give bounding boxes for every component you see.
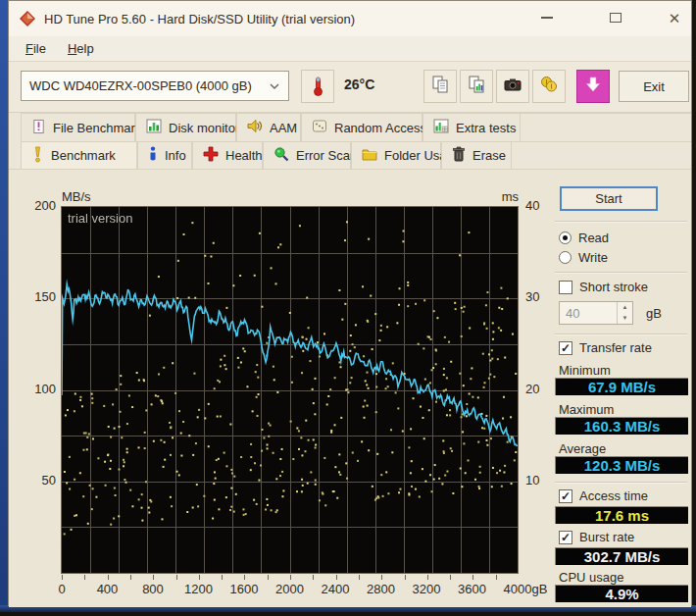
transfer-rate-label: Transfer rate	[579, 340, 652, 355]
toolbar: WDC WD40EZRX-00SPEB0 (4000 gB) 26°C Exit	[9, 62, 691, 113]
short-stroke-row[interactable]: Short stroke	[559, 280, 648, 294]
copy-image-icon	[467, 75, 486, 98]
y-left-tick-label: 50	[23, 473, 56, 488]
copy-text-icon	[430, 75, 450, 98]
access-time-checkbox[interactable]: ✓	[559, 489, 572, 503]
error-scan-icon	[273, 146, 289, 165]
tab-label: Erase	[472, 148, 506, 163]
window-title: HD Tune Pro 5.60 - Hard Disk/SSD Utility…	[44, 12, 355, 26]
download-arrow-icon	[583, 75, 603, 98]
y-left-tick-label: 150	[23, 289, 56, 304]
short-stroke-checkbox[interactable]	[559, 281, 572, 294]
tab-label: Info	[165, 148, 186, 163]
y-left-tick-label: 100	[23, 382, 56, 396]
separator	[555, 482, 687, 483]
transfer-rate-checkbox[interactable]: ✓	[559, 341, 572, 355]
burst-rate-label: Burst rate	[579, 530, 634, 544]
write-radio-label: Write	[578, 250, 608, 265]
tab-label: Extra tests	[456, 121, 516, 135]
burst-rate-checkbox[interactable]: ✓	[559, 531, 572, 544]
info-icon	[148, 146, 158, 165]
tab-erase[interactable]: Erase	[441, 141, 512, 169]
tab-row-1: File BenchmarkDisk monitorAAMRandom Acce…	[9, 113, 691, 141]
control-panel: Start Read Write Short stroke 40 ▲▼ gB	[547, 171, 693, 607]
average-label: Average	[559, 441, 606, 456]
short-stroke-label: Short stroke	[579, 280, 648, 294]
copy-image-button[interactable]	[460, 70, 493, 103]
erase-icon	[452, 146, 466, 165]
tab-folder-usage[interactable]: Folder Usage	[351, 141, 441, 169]
menu-item-file[interactable]: File	[15, 38, 57, 59]
stepper-down-icon[interactable]: ▼	[618, 313, 632, 324]
menu-item-help[interactable]: Help	[57, 38, 105, 59]
y-right-axis-unit: ms	[485, 189, 519, 204]
y-left-axis-unit: MB/s	[62, 189, 91, 204]
random-access-icon	[312, 119, 327, 136]
burst-rate-value: 302.7 MB/s	[555, 547, 688, 565]
x-axis-ticks	[62, 575, 519, 580]
tab-health[interactable]: Health	[192, 141, 263, 169]
screenshot-camera-icon	[503, 75, 522, 98]
tab-info[interactable]: Info	[137, 141, 192, 169]
read-radio-label: Read	[578, 231, 609, 245]
tab-error-scan[interactable]: Error Scan	[263, 141, 351, 169]
separator	[555, 334, 687, 334]
file-benchmark-icon	[31, 119, 46, 137]
burst-rate-row[interactable]: ✓ Burst rate	[559, 530, 634, 544]
minimize-button[interactable]	[530, 1, 564, 34]
access-time-value: 17.6 ms	[555, 506, 688, 524]
drive-select-dropdown[interactable]: WDC WD40EZRX-00SPEB0 (4000 gB)	[21, 71, 289, 101]
folder-usage-icon	[362, 147, 377, 164]
short-stroke-size-stepper[interactable]: 40 ▲▼	[559, 301, 633, 325]
short-stroke-unit: gB	[646, 306, 662, 321]
tab-strip-filler	[521, 113, 691, 141]
tab-random-access[interactable]: Random Access	[301, 113, 423, 141]
access-time-label: Access time	[579, 488, 648, 503]
read-radio[interactable]	[559, 231, 572, 244]
desktop-edge-left	[0, 0, 8, 610]
stepper-arrows[interactable]: ▲▼	[617, 302, 632, 324]
short-stroke-size-value: 40	[560, 302, 617, 324]
benchmark-icon	[31, 146, 44, 166]
close-button[interactable]: ✕	[658, 1, 691, 34]
minimize-icon	[541, 17, 553, 19]
download-arrow-button[interactable]	[576, 70, 610, 103]
copy-text-button[interactable]	[423, 70, 457, 103]
cpu-usage-value: 4.9%	[555, 585, 688, 602]
tab-strip-filler	[512, 141, 691, 169]
stepper-up-icon[interactable]: ▲	[618, 302, 632, 313]
separator	[555, 272, 687, 273]
tab-row-2: BenchmarkInfoHealthError ScanFolder Usag…	[9, 141, 691, 170]
cpu-usage-label: CPU usage	[559, 570, 623, 585]
chevron-down-icon	[269, 82, 280, 90]
tab-benchmark[interactable]: Benchmark	[21, 141, 137, 169]
screenshot-camera-button[interactable]	[496, 70, 529, 103]
write-radio-row[interactable]: Write	[559, 250, 608, 265]
donate-coins-button[interactable]	[532, 70, 566, 103]
maximize-button[interactable]	[599, 1, 632, 34]
title-bar: HD Tune Pro 5.60 - Hard Disk/SSD Utility…	[9, 1, 691, 36]
start-button[interactable]: Start	[560, 186, 658, 211]
hdtune-app-icon	[19, 10, 36, 27]
maximum-label: Maximum	[559, 402, 614, 417]
app-window: HD Tune Pro 5.60 - Hard Disk/SSD Utility…	[8, 0, 692, 606]
exit-button[interactable]: Exit	[619, 71, 689, 102]
menu-bar: FileHelp	[9, 36, 691, 62]
write-radio[interactable]	[559, 251, 572, 264]
tab-aam[interactable]: AAM	[236, 113, 301, 141]
disk-monitor-icon	[146, 119, 162, 136]
tab-file-benchmark[interactable]: File Benchmark	[21, 113, 135, 141]
tab-disk-monitor[interactable]: Disk monitor	[135, 113, 236, 141]
transfer-rate-row[interactable]: ✓ Transfer rate	[559, 340, 652, 355]
benchmark-content: MB/s ms 20015010050 40302010 04008001200…	[9, 171, 691, 607]
minimum-label: Minimum	[559, 363, 611, 378]
temperature-button[interactable]	[301, 70, 334, 103]
read-radio-row[interactable]: Read	[559, 231, 609, 245]
tab-extra-tests[interactable]: Extra tests	[423, 113, 521, 141]
tab-label: File Benchmark	[53, 121, 141, 135]
y-left-tick-label: 200	[23, 198, 56, 213]
tab-label: Random Access	[334, 121, 426, 135]
access-time-row[interactable]: ✓ Access time	[559, 488, 648, 503]
tab-label: Disk monitor	[169, 121, 239, 135]
extra-tests-icon	[433, 119, 449, 136]
